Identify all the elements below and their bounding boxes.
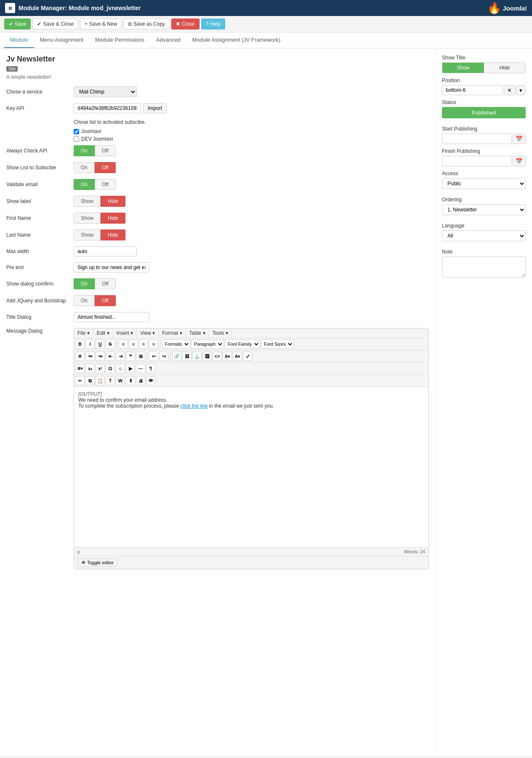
start-publishing-calendar-btn[interactable]: 📅 xyxy=(513,133,526,144)
show-label-hide[interactable]: Hide xyxy=(101,196,125,207)
image-button[interactable]: 🖼 xyxy=(202,352,212,361)
outdent-button[interactable]: ⇤ xyxy=(106,352,115,361)
save-copy-button[interactable]: ⧉ Save as Copy xyxy=(123,19,170,29)
add-jquery-off[interactable]: Off xyxy=(95,295,116,306)
checkbox-dev-input[interactable] xyxy=(74,136,79,142)
access-select[interactable]: Public Registered Special xyxy=(442,178,526,189)
first-name-show[interactable]: Show xyxy=(74,213,101,224)
fullscreen-button[interactable]: ⤢ xyxy=(243,352,252,361)
formats-select[interactable]: Formats xyxy=(162,339,190,349)
always-check-api-on[interactable]: On xyxy=(74,145,95,156)
table-insert-btn[interactable]: ⊞▾ xyxy=(75,364,85,373)
paste-btn[interactable]: 📋 xyxy=(96,376,105,385)
align-center-button[interactable]: ≡ xyxy=(129,339,138,349)
position-dropdown-btn[interactable]: ▾ xyxy=(516,85,526,95)
validate-email-off[interactable]: Off xyxy=(95,179,116,190)
help-button[interactable]: ? Help xyxy=(201,19,225,29)
nonbreaking-btn[interactable]: ¶ xyxy=(146,364,155,373)
strikethrough-button[interactable]: S xyxy=(106,339,115,349)
validate-email-on[interactable]: On xyxy=(74,179,95,190)
italic-button[interactable]: I xyxy=(85,339,95,349)
title-dialog-input[interactable] xyxy=(74,312,149,322)
cut-btn[interactable]: ✂ xyxy=(75,376,85,385)
add-jquery-on[interactable]: On xyxy=(74,295,95,306)
paste-text-btn[interactable]: T xyxy=(106,376,115,385)
close-button[interactable]: ✖ Close xyxy=(171,19,200,29)
underline-button[interactable]: U xyxy=(96,339,105,349)
checkbox-joomlavi-input[interactable] xyxy=(74,129,79,134)
editor-menu-edit[interactable]: Edit ▾ xyxy=(93,328,113,338)
redo-button[interactable]: ↪ xyxy=(159,352,168,361)
unlink-button[interactable]: ⛓ xyxy=(182,352,192,361)
special-char-btn[interactable]: Ω xyxy=(106,364,115,373)
editor-menu-tools[interactable]: Tools ▾ xyxy=(209,328,232,338)
print-btn[interactable]: 🖨 xyxy=(136,376,145,385)
align-justify-button[interactable]: ≡ xyxy=(149,339,158,349)
show-label-show[interactable]: Show xyxy=(74,196,101,207)
font-color-button[interactable]: A▾ xyxy=(223,352,232,361)
tab-menu-assignment[interactable]: Menu Assignment xyxy=(34,32,89,48)
indent-button[interactable]: ⇥ xyxy=(116,352,125,361)
sub-script-btn[interactable]: x₂ xyxy=(85,364,95,373)
toggle-editor-button[interactable]: 👁 Toggle editor xyxy=(77,558,117,567)
key-api-input[interactable] xyxy=(74,103,141,113)
paste-word-btn[interactable]: W xyxy=(116,376,125,385)
media-btn[interactable]: ▶ xyxy=(126,364,135,373)
undo-button[interactable]: ↩ xyxy=(149,352,158,361)
finish-publishing-calendar-btn[interactable]: 📅 xyxy=(513,156,526,166)
status-button[interactable]: Published xyxy=(442,107,526,118)
position-input[interactable] xyxy=(442,85,503,95)
table-button[interactable]: ⊞ xyxy=(136,352,145,361)
show-list-on[interactable]: On xyxy=(74,162,95,173)
show-list-off[interactable]: Off xyxy=(95,162,116,173)
chose-service-select[interactable]: Mail Chimp Constant Contact Campaign Mon… xyxy=(74,86,137,97)
editor-menu-file[interactable]: File ▾ xyxy=(74,328,93,338)
import-button[interactable]: Import xyxy=(143,103,167,113)
editor-link[interactable]: click the link xyxy=(181,403,208,409)
save-new-button[interactable]: + Save & New xyxy=(80,19,122,29)
note-textarea[interactable] xyxy=(442,256,526,278)
editor-menu-view[interactable]: View ▾ xyxy=(137,328,159,338)
hr-btn[interactable]: — xyxy=(136,364,145,373)
bold-button[interactable]: B xyxy=(75,339,85,349)
show-dialog-on[interactable]: On xyxy=(74,278,95,289)
paragraph-select[interactable]: Paragraph xyxy=(191,339,224,349)
editor-menu-format[interactable]: Format ▾ xyxy=(159,328,186,338)
editor-content-area[interactable]: [OUTPUT] We need to confirm your email a… xyxy=(74,387,428,547)
tab-jv-framework[interactable]: Module Assignment (JV Framework) xyxy=(186,32,287,48)
bg-color-button[interactable]: A▾ xyxy=(233,352,242,361)
align-right-button[interactable]: ≡ xyxy=(139,339,148,349)
code-button[interactable]: <> xyxy=(213,352,222,361)
always-check-api-off[interactable]: Off xyxy=(95,145,116,156)
editor-menu-table[interactable]: Table ▾ xyxy=(186,328,209,338)
font-sizes-select[interactable]: Font Sizes xyxy=(261,339,294,349)
emoticons-btn[interactable]: ☺ xyxy=(116,364,125,373)
show-title-show-btn[interactable]: Show xyxy=(442,63,484,73)
font-family-select[interactable]: Font Family xyxy=(225,339,260,349)
upload-btn[interactable]: ⬆ xyxy=(126,376,135,385)
finish-publishing-input[interactable] xyxy=(442,156,512,166)
tab-advanced[interactable]: Advanced xyxy=(150,32,186,48)
show-title-hide-btn[interactable]: Hide xyxy=(484,63,526,73)
list-ul-button[interactable]: ≔ xyxy=(85,352,95,361)
link-button[interactable]: 🔗 xyxy=(172,352,181,361)
tab-module-permissions[interactable]: Module Permissions xyxy=(89,32,150,48)
start-publishing-input[interactable] xyxy=(442,133,512,144)
align-left-button[interactable]: ≡ xyxy=(119,339,128,349)
anchor-button[interactable]: ⚓ xyxy=(192,352,202,361)
list-ol-button[interactable]: ≔ xyxy=(96,352,105,361)
show-dialog-off[interactable]: Off xyxy=(95,278,116,289)
pre-text-input[interactable] xyxy=(74,262,149,272)
editor-menu-insert[interactable]: Insert ▾ xyxy=(113,328,137,338)
preview-btn[interactable]: 👁 xyxy=(146,376,155,385)
ordering-select[interactable]: 1. Newsletter xyxy=(442,204,526,215)
last-name-hide[interactable]: Hide xyxy=(101,230,125,240)
save-close-button[interactable]: ✔ Save & Close xyxy=(32,19,78,29)
last-name-show[interactable]: Show xyxy=(74,230,101,240)
super-script-btn[interactable]: x² xyxy=(96,364,105,373)
first-name-hide[interactable]: Hide xyxy=(101,213,125,224)
copy-btn[interactable]: ⧉ xyxy=(85,376,95,385)
block-quote-button[interactable]: ❝ xyxy=(126,352,135,361)
position-clear-btn[interactable]: ✕ xyxy=(504,85,515,95)
tab-module[interactable]: Module xyxy=(4,32,34,48)
